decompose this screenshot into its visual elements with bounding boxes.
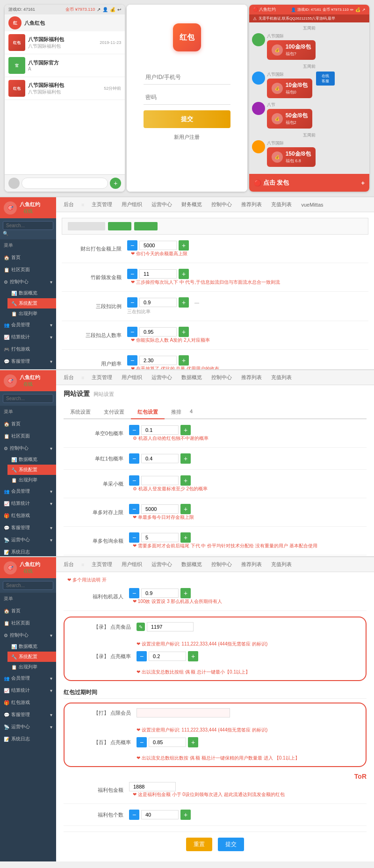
minus-button[interactable]: − (129, 475, 139, 486)
tab-system[interactable]: 系统设置 (64, 406, 97, 419)
sidebar-item-ops[interactable]: 📡运营中心▾ (0, 721, 56, 733)
topbar-item-main[interactable]: 主页管理 (90, 560, 114, 569)
topbar-item-control[interactable]: 控制中心 (209, 200, 234, 209)
minus-button[interactable]: − (127, 269, 137, 279)
plus-button[interactable]: + (179, 297, 189, 308)
topbar-item-data[interactable]: 数据概览 (180, 373, 204, 382)
deposit-limit-input[interactable] (141, 504, 179, 514)
sidebar-item-home[interactable]: 🏠 首页 (0, 251, 56, 264)
minus-button[interactable]: − (129, 810, 139, 820)
topbar-item-home[interactable]: 后台 (62, 560, 76, 569)
minus-button[interactable]: − (137, 737, 147, 747)
password-input[interactable] (144, 90, 230, 105)
minus-button[interactable]: − (129, 453, 139, 464)
topbar-item-recommend[interactable]: 推荐列表 (239, 373, 264, 382)
plus-button[interactable]: + (180, 588, 191, 598)
topbar-item-main[interactable]: 主页管理 (90, 373, 114, 382)
minus-button[interactable]: − (127, 297, 137, 308)
sidebar-item-list[interactable]: 📋出现列举 (7, 662, 56, 672)
topbar-item-ops[interactable]: 运营中心 (150, 200, 174, 209)
plus-button[interactable]: + (180, 810, 191, 820)
topbar-item-recharge[interactable]: 充值列表 (269, 200, 294, 209)
min-pick-input[interactable] (141, 476, 179, 485)
sidebar-item-stats[interactable]: 📈结算统计▾ (0, 497, 56, 509)
plus-button[interactable]: + (179, 240, 189, 251)
add-button[interactable]: + (110, 178, 121, 189)
plus-button[interactable]: + (179, 269, 189, 279)
plus-button[interactable]: + (180, 453, 191, 464)
plus-button[interactable]: + (179, 355, 189, 366)
empty-prob-input[interactable] (141, 425, 179, 435)
sidebar-item-ops[interactable]: 📡 运营中心 ▾ (0, 367, 56, 369)
sidebar-item-redpacket[interactable]: 🎁红包游戏 (0, 696, 56, 709)
topbar-item-recommend[interactable]: 推荐列表 (239, 200, 264, 209)
topbar-item-users[interactable]: 用户组织 (120, 560, 144, 569)
red-packet-message[interactable]: 💰 10金/8包 福包0 (267, 79, 312, 98)
sidebar-item-logs[interactable]: 📝系统日志 (0, 733, 56, 745)
minus-button[interactable]: − (129, 425, 139, 435)
topbar-item-data[interactable]: 数据概览 (180, 560, 204, 569)
plus-button[interactable]: + (180, 504, 191, 514)
topbar-item-users[interactable]: 用户组织 (120, 373, 144, 382)
sidebar-item-members[interactable]: 👥会员管理▾ (0, 672, 56, 684)
minus-button[interactable]: − (129, 532, 139, 543)
sidebar-item-home[interactable]: 🏠首页 (0, 418, 56, 430)
register-link[interactable]: 新用户注册 (144, 134, 230, 141)
sidebar-item-control[interactable]: ⚙控制中心▾ (0, 629, 56, 641)
vip-prob-input[interactable] (149, 738, 186, 747)
minus-button[interactable]: − (127, 355, 137, 366)
topbar-item-control[interactable]: 控制中心 (209, 560, 234, 569)
sidebar-item-home[interactable]: 🏠首页 (0, 605, 56, 617)
topbar-item-recharge[interactable]: 充值列表 (269, 373, 294, 382)
sidebar-item-stats[interactable]: 📈 结算统计 ▾ (0, 331, 56, 343)
red-packet-message[interactable]: 💰 100金/8包 福包? (267, 40, 316, 60)
plus-button[interactable]: + (188, 651, 198, 661)
bot-ratio-input[interactable] (141, 588, 179, 598)
tab-redpacket[interactable]: 红包设置 (131, 406, 165, 419)
topbar-item-home[interactable]: 后台 (62, 200, 76, 209)
odds-input[interactable] (139, 356, 177, 365)
tab-payment[interactable]: 支付设置 (97, 406, 131, 419)
topbar-item-recommend[interactable]: 推荐列表 (239, 560, 264, 569)
minus-button[interactable]: − (129, 504, 139, 514)
sidebar-item-community[interactable]: 📋社区页面 (0, 617, 56, 629)
edit-icon[interactable]: ✎ (137, 623, 145, 631)
sidebar-item-list[interactable]: 📋 出现列举 (7, 308, 56, 319)
plus-button[interactable]: + (188, 737, 198, 747)
pack-balance-input[interactable] (141, 533, 179, 542)
list-item[interactable]: 官 八节国际官方 A (5, 54, 125, 77)
submit-button[interactable]: 提交 (144, 110, 230, 128)
topbar-item-control[interactable]: 控制中心 (209, 373, 234, 382)
topbar-item-finance[interactable]: 财务概览 (180, 200, 204, 209)
sidebar-item-redpacket[interactable]: 🎮 打包游戏 (0, 343, 56, 355)
sidebar-item-data[interactable]: 📊数据概览 (7, 454, 56, 465)
sidebar-item-data[interactable]: 📊 数据概览 (7, 288, 56, 298)
sidebar-item-ops[interactable]: 📡运营中心▾ (0, 534, 56, 546)
list-item[interactable]: 红包 八节国际福利包 八节国际福利包 2019-11-23 (5, 31, 125, 54)
tab-rank[interactable]: 推排 (165, 406, 188, 419)
sidebar-item-community[interactable]: 📋社区页面 (0, 430, 56, 442)
list-item[interactable]: 红包 八节国际福利包 八节国际福利包 52分钟前 (5, 77, 125, 100)
topbar-item-ops[interactable]: 运营中心 (150, 373, 174, 382)
plus-button[interactable]: + (179, 327, 189, 337)
sidebar-item-service[interactable]: 💬客服管理▾ (0, 709, 56, 721)
service-btn[interactable]: 在线客服 (316, 72, 335, 86)
topbar-item-main[interactable]: 主页管理 (90, 200, 114, 209)
user-id-input[interactable] (144, 70, 230, 85)
sidebar-item-config[interactable]: 🔧系统配置 (7, 465, 56, 475)
sidebar-item-service[interactable]: 💬 客服管理 ▾ (0, 355, 56, 367)
search-input[interactable] (3, 221, 53, 230)
sidebar-item-control[interactable]: ⚙控制中心▾ (0, 442, 56, 454)
topbar-item-ops[interactable]: 运营中心 (150, 560, 174, 569)
search-input[interactable] (3, 581, 53, 590)
food-id-input[interactable] (147, 622, 194, 631)
plus-button[interactable]: + (180, 425, 191, 435)
welfare-amount-input[interactable] (129, 782, 176, 791)
submit-button[interactable]: 提交 (218, 838, 244, 851)
sidebar-item-members[interactable]: 👥会员管理▾ (0, 485, 56, 497)
sidebar-item-config[interactable]: 🔧系统配置 (7, 652, 56, 662)
reset-button[interactable]: 重置 (186, 838, 212, 851)
gold-input[interactable] (139, 269, 177, 279)
sidebar-item-redpacket[interactable]: 🎁红包游戏 (0, 509, 56, 522)
vip-id-input[interactable] (137, 708, 230, 717)
